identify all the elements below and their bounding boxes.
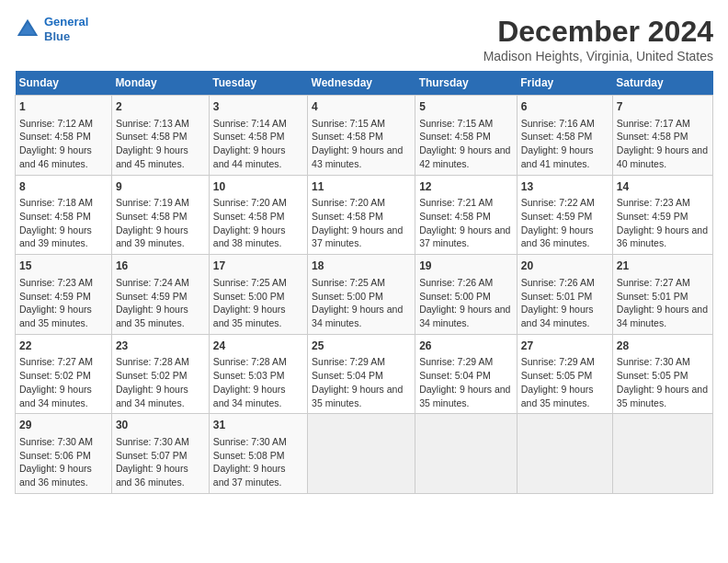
calendar-cell: 30Sunrise: 7:30 AMSunset: 5:07 PMDayligh… xyxy=(111,414,209,494)
day-info: Sunrise: 7:14 AM xyxy=(213,117,303,131)
calendar-cell: 11Sunrise: 7:20 AMSunset: 4:58 PMDayligh… xyxy=(308,175,415,255)
logo: General Blue xyxy=(15,15,88,43)
day-info: Sunset: 4:58 PM xyxy=(312,130,411,144)
day-number: 25 xyxy=(312,339,411,354)
logo-line1: General xyxy=(44,15,88,29)
day-info: Sunrise: 7:20 AM xyxy=(213,196,303,210)
day-info: Daylight: 9 hours and 36 minutes. xyxy=(19,462,108,488)
day-info: Sunset: 5:04 PM xyxy=(312,369,411,383)
day-info: Sunset: 5:08 PM xyxy=(213,449,303,463)
day-number: 8 xyxy=(19,179,108,195)
calendar-cell: 9Sunrise: 7:19 AMSunset: 4:58 PMDaylight… xyxy=(111,175,209,255)
day-info: Sunset: 4:58 PM xyxy=(19,210,108,224)
header-saturday: Saturday xyxy=(612,71,712,96)
day-info: Daylight: 9 hours and 34 minutes. xyxy=(213,383,303,409)
day-number: 1 xyxy=(19,99,108,115)
calendar-cell xyxy=(612,414,712,494)
day-info: Daylight: 9 hours and 35 minutes. xyxy=(312,383,411,409)
day-number: 17 xyxy=(213,259,303,274)
day-info: Daylight: 9 hours and 42 minutes. xyxy=(419,144,513,170)
calendar-body: 1Sunrise: 7:12 AMSunset: 4:58 PMDaylight… xyxy=(16,96,713,494)
day-info: Sunset: 4:59 PM xyxy=(19,290,108,304)
day-number: 18 xyxy=(312,259,411,274)
day-number: 20 xyxy=(521,259,609,274)
day-info: Sunset: 4:58 PM xyxy=(116,130,205,144)
day-info: Daylight: 9 hours and 35 minutes. xyxy=(521,383,609,409)
calendar-cell: 21Sunrise: 7:27 AMSunset: 5:01 PMDayligh… xyxy=(612,255,712,335)
calendar-cell: 16Sunrise: 7:24 AMSunset: 4:59 PMDayligh… xyxy=(111,255,209,335)
day-info: Sunrise: 7:25 AM xyxy=(312,276,411,290)
day-info: Sunset: 5:00 PM xyxy=(419,290,513,304)
day-number: 3 xyxy=(213,99,303,115)
day-info: Sunrise: 7:16 AM xyxy=(521,117,609,131)
day-info: Daylight: 9 hours and 37 minutes. xyxy=(213,462,303,488)
header-row: SundayMondayTuesdayWednesdayThursdayFrid… xyxy=(16,71,713,96)
day-info: Daylight: 9 hours and 34 minutes. xyxy=(617,303,709,329)
day-info: Daylight: 9 hours and 34 minutes. xyxy=(116,383,205,409)
day-info: Sunset: 5:06 PM xyxy=(19,449,108,463)
day-info: Daylight: 9 hours and 46 minutes. xyxy=(19,144,108,170)
day-info: Sunset: 5:01 PM xyxy=(521,290,609,304)
day-info: Sunrise: 7:28 AM xyxy=(213,355,303,369)
day-info: Sunrise: 7:23 AM xyxy=(617,196,709,210)
day-info: Sunrise: 7:26 AM xyxy=(521,276,609,290)
logo-line2: Blue xyxy=(44,29,70,43)
day-info: Sunset: 5:01 PM xyxy=(617,290,709,304)
day-number: 22 xyxy=(19,339,108,354)
day-number: 2 xyxy=(116,99,205,115)
day-info: Sunrise: 7:29 AM xyxy=(312,355,411,369)
header-wednesday: Wednesday xyxy=(308,71,415,96)
day-info: Sunrise: 7:13 AM xyxy=(116,117,205,131)
day-number: 5 xyxy=(419,99,513,115)
day-info: Sunset: 4:58 PM xyxy=(213,130,303,144)
day-info: Sunset: 5:07 PM xyxy=(116,449,205,463)
calendar-cell: 12Sunrise: 7:21 AMSunset: 4:58 PMDayligh… xyxy=(415,175,518,255)
day-info: Sunrise: 7:21 AM xyxy=(419,196,513,210)
day-info: Sunset: 4:58 PM xyxy=(617,130,709,144)
day-info: Sunset: 5:02 PM xyxy=(19,369,108,383)
calendar-cell: 29Sunrise: 7:30 AMSunset: 5:06 PMDayligh… xyxy=(16,414,112,494)
calendar-cell: 6Sunrise: 7:16 AMSunset: 4:58 PMDaylight… xyxy=(517,96,612,176)
calendar-cell: 28Sunrise: 7:30 AMSunset: 5:05 PMDayligh… xyxy=(612,334,712,414)
day-info: Sunrise: 7:30 AM xyxy=(617,355,709,369)
day-info: Daylight: 9 hours and 43 minutes. xyxy=(312,144,411,170)
calendar-cell: 20Sunrise: 7:26 AMSunset: 5:01 PMDayligh… xyxy=(517,255,612,335)
day-info: Sunrise: 7:28 AM xyxy=(116,355,205,369)
day-number: 4 xyxy=(312,99,411,115)
day-info: Sunrise: 7:23 AM xyxy=(19,276,108,290)
calendar-cell: 26Sunrise: 7:29 AMSunset: 5:04 PMDayligh… xyxy=(415,334,518,414)
day-info: Daylight: 9 hours and 35 minutes. xyxy=(19,303,108,329)
day-number: 29 xyxy=(19,418,108,433)
main-title: December 2024 xyxy=(483,15,713,49)
day-info: Daylight: 9 hours and 38 minutes. xyxy=(213,224,303,250)
day-info: Sunrise: 7:29 AM xyxy=(419,355,513,369)
day-info: Sunrise: 7:20 AM xyxy=(312,196,411,210)
day-info: Daylight: 9 hours and 35 minutes. xyxy=(213,303,303,329)
day-info: Daylight: 9 hours and 36 minutes. xyxy=(617,224,709,250)
calendar-cell: 7Sunrise: 7:17 AMSunset: 4:58 PMDaylight… xyxy=(612,96,712,176)
calendar-cell: 23Sunrise: 7:28 AMSunset: 5:02 PMDayligh… xyxy=(111,334,209,414)
day-info: Sunrise: 7:27 AM xyxy=(617,276,709,290)
week-row-3: 15Sunrise: 7:23 AMSunset: 4:59 PMDayligh… xyxy=(16,255,713,335)
calendar-cell xyxy=(415,414,518,494)
day-number: 10 xyxy=(213,179,303,195)
day-info: Daylight: 9 hours and 35 minutes. xyxy=(116,303,205,329)
day-info: Sunrise: 7:18 AM xyxy=(19,196,108,210)
day-info: Daylight: 9 hours and 37 minutes. xyxy=(419,224,513,250)
day-info: Sunset: 4:58 PM xyxy=(312,210,411,224)
day-number: 7 xyxy=(617,99,709,115)
day-number: 21 xyxy=(617,259,709,274)
week-row-2: 8Sunrise: 7:18 AMSunset: 4:58 PMDaylight… xyxy=(16,175,713,255)
week-row-5: 29Sunrise: 7:30 AMSunset: 5:06 PMDayligh… xyxy=(16,414,713,494)
day-info: Sunrise: 7:30 AM xyxy=(116,435,205,449)
day-number: 27 xyxy=(521,339,609,354)
calendar-cell: 10Sunrise: 7:20 AMSunset: 4:58 PMDayligh… xyxy=(209,175,307,255)
day-number: 31 xyxy=(213,418,303,433)
day-info: Sunset: 4:58 PM xyxy=(213,210,303,224)
day-number: 6 xyxy=(521,99,609,115)
day-info: Sunrise: 7:25 AM xyxy=(213,276,303,290)
day-info: Sunset: 5:05 PM xyxy=(521,369,609,383)
day-info: Sunrise: 7:19 AM xyxy=(116,196,205,210)
day-info: Sunrise: 7:29 AM xyxy=(521,355,609,369)
calendar-header: SundayMondayTuesdayWednesdayThursdayFrid… xyxy=(16,71,713,96)
